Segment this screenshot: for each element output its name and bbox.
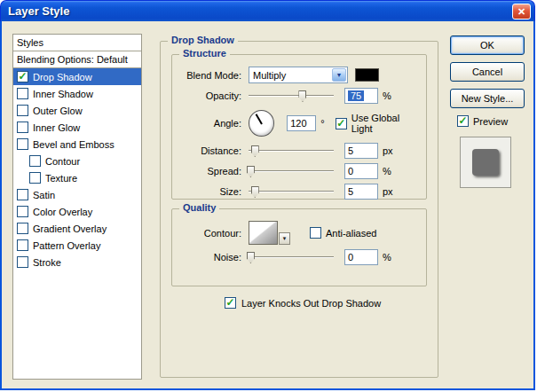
slider-track: [249, 256, 334, 258]
sidebar-item-color-overlay[interactable]: Color Overlay: [13, 203, 141, 220]
angle-dial[interactable]: [249, 110, 274, 137]
noise-field[interactable]: 0: [344, 249, 378, 265]
style-checkbox[interactable]: [17, 88, 28, 99]
angle-field[interactable]: 120: [287, 115, 316, 131]
quality-group-title: Quality: [179, 202, 219, 213]
shadow-color-swatch[interactable]: [355, 68, 379, 82]
sidebar-item-satin[interactable]: Satin: [13, 186, 141, 203]
style-label: Blending Options: Default: [17, 54, 128, 65]
styles-list: StylesBlending Options: Default✓Drop Sha…: [12, 34, 142, 380]
contour-dropdown-icon[interactable]: ▼: [279, 232, 290, 245]
spread-value: 0: [348, 166, 353, 176]
size-row: Size: 5 px: [176, 184, 421, 200]
style-checkbox[interactable]: [17, 105, 28, 116]
opacity-slider[interactable]: [249, 89, 334, 103]
distance-value: 5: [348, 145, 353, 156]
style-label: Inner Glow: [33, 122, 80, 133]
contour-thumbnail[interactable]: [249, 221, 278, 245]
window-title: Layer Style: [8, 4, 69, 18]
style-checkbox[interactable]: [17, 256, 28, 268]
style-checkbox[interactable]: [17, 138, 28, 150]
style-checkbox[interactable]: [17, 223, 28, 234]
angle-unit: °: [320, 118, 324, 129]
anti-aliased-checkbox[interactable]: [310, 227, 321, 239]
sidebar-item-inner-glow[interactable]: Inner Glow: [13, 119, 141, 136]
noise-value: 0: [348, 252, 353, 263]
sidebar-item-styles[interactable]: Styles: [13, 35, 141, 51]
style-label: Outer Glow: [33, 106, 83, 116]
contour-label: Contour:: [176, 228, 241, 239]
style-checkbox[interactable]: [17, 239, 28, 251]
slider-thumb[interactable]: [298, 90, 306, 102]
use-global-light-checkbox[interactable]: ✓: [336, 118, 347, 129]
knockout-checkbox[interactable]: ✓: [225, 297, 236, 309]
slider-thumb[interactable]: [247, 166, 255, 177]
slider-track: [249, 95, 334, 97]
spread-unit: %: [383, 166, 391, 176]
distance-slider[interactable]: [249, 144, 334, 158]
sidebar-item-inner-shadow[interactable]: Inner Shadow: [13, 85, 141, 102]
sidebar-item-outer-glow[interactable]: Outer Glow: [13, 102, 141, 119]
spread-slider[interactable]: [249, 164, 334, 178]
use-global-light-check[interactable]: ✓ Use Global Light: [336, 113, 421, 134]
style-label: Styles: [17, 37, 43, 48]
slider-thumb[interactable]: [251, 186, 259, 198]
sidebar-item-gradient-overlay[interactable]: Gradient Overlay: [13, 220, 141, 237]
style-checkbox[interactable]: ✓: [17, 71, 28, 82]
style-label: Drop Shadow: [33, 72, 92, 82]
noise-slider[interactable]: [249, 250, 334, 264]
preview-check[interactable]: ✓ Preview: [457, 115, 508, 127]
opacity-field[interactable]: 75: [344, 88, 378, 104]
size-label: Size:: [176, 186, 241, 197]
opacity-unit: %: [383, 90, 391, 101]
knockout-check[interactable]: ✓ Layer Knocks Out Drop Shadow: [225, 297, 381, 309]
style-checkbox[interactable]: [17, 189, 28, 200]
blend-mode-label: Blend Mode:: [176, 70, 241, 81]
anti-aliased-label: Anti-aliased: [326, 228, 376, 239]
ok-button[interactable]: OK: [450, 35, 525, 55]
sidebar-item-blending-options-default[interactable]: Blending Options: Default: [13, 51, 141, 68]
blend-mode-row: Blend Mode: Multiply ▼: [176, 67, 421, 83]
close-icon[interactable]: ✕: [512, 4, 531, 20]
preview-checkbox[interactable]: ✓: [457, 115, 469, 127]
chevron-down-icon[interactable]: ▼: [332, 68, 346, 82]
slider-thumb[interactable]: [247, 252, 255, 263]
new-style-button[interactable]: New Style...: [450, 89, 525, 108]
size-value: 5: [348, 186, 353, 197]
style-label: Color Overlay: [33, 207, 92, 217]
sidebar-item-texture[interactable]: Texture: [13, 169, 141, 186]
angle-value: 120: [290, 118, 306, 129]
blend-mode-select[interactable]: Multiply ▼: [249, 67, 348, 83]
contour-row: Contour: ▼ Anti-aliased: [176, 221, 421, 245]
sidebar-item-pattern-overlay[interactable]: Pattern Overlay: [13, 237, 141, 254]
style-label: Pattern Overlay: [33, 240, 100, 251]
size-field[interactable]: 5: [344, 184, 378, 200]
title-bar[interactable]: Layer Style ✕: [0, 0, 535, 21]
sidebar-item-bevel-and-emboss[interactable]: Bevel and Emboss: [13, 136, 141, 153]
anti-aliased-check[interactable]: Anti-aliased: [310, 227, 376, 239]
style-checkbox[interactable]: [17, 206, 28, 217]
size-slider[interactable]: [249, 184, 334, 199]
quality-group: Quality Contour: ▼ Anti-aliased Noise:: [171, 208, 427, 286]
style-checkbox[interactable]: [29, 172, 41, 184]
slider-track: [249, 170, 334, 172]
drop-shadow-group: Drop Shadow Structure Blend Mode: Multip…: [160, 41, 438, 378]
sidebar-item-contour[interactable]: Contour: [13, 153, 141, 169]
sidebar-item-stroke[interactable]: Stroke: [13, 254, 141, 270]
style-label: Bevel and Emboss: [33, 139, 115, 150]
style-label: Contour: [45, 156, 80, 167]
style-checkbox[interactable]: [29, 155, 41, 167]
style-label: Texture: [45, 173, 77, 184]
slider-thumb[interactable]: [251, 145, 259, 157]
cancel-button[interactable]: Cancel: [450, 62, 525, 82]
style-preview-thumbnail: [472, 149, 499, 176]
spread-field[interactable]: 0: [344, 163, 378, 179]
dialog-body: StylesBlending Options: Default✓Drop Sha…: [0, 21, 535, 390]
style-checkbox[interactable]: [17, 122, 28, 133]
distance-field[interactable]: 5: [344, 143, 378, 159]
structure-group: Structure Blend Mode: Multiply ▼ Opacity…: [171, 54, 427, 200]
contour-picker[interactable]: ▼: [249, 221, 290, 245]
sidebar-item-drop-shadow[interactable]: ✓Drop Shadow: [13, 68, 141, 85]
distance-label: Distance:: [176, 145, 241, 156]
noise-unit: %: [383, 252, 391, 263]
